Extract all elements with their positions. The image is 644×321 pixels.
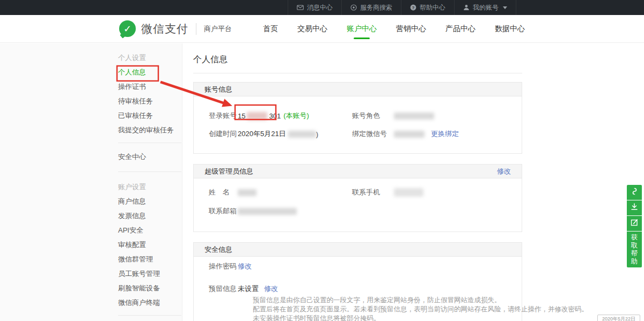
contact-link-button[interactable] [627,185,642,200]
mail-icon [297,4,304,11]
search-icon [350,4,357,11]
check-icon: ✓ [123,23,131,35]
redacted-contact-phone [394,188,423,197]
svg-text:?: ? [412,5,415,10]
user-icon [463,4,470,11]
description-line: 配置后将在首页及充值页面显示。若未看到预留信息，表明当前访问的网站存在风险，请终… [253,305,522,314]
security-info-body: 操作密码 修改 预留信息 未设置 修改 预留信息是由你自己设置的一段文字，用来鉴… [194,257,522,321]
download-button[interactable] [627,200,642,215]
platform-name: 商户平台 [204,24,232,34]
rebind-link[interactable]: 更换绑定 [431,129,459,139]
login-account-value: 15 301 (本账号) [238,111,309,121]
get-help-label: 获取帮助 [631,234,638,266]
sidebar-item-merchant-info[interactable]: 商户信息 [118,194,181,208]
sidebar-item-review-config[interactable]: 审核配置 [118,237,181,252]
floating-help-panel: 获取帮助 [627,185,642,267]
main-content: 个人信息 账号信息 登录账号 15 301 (本账号) [182,43,644,321]
created-suffix: ) [316,130,318,138]
main-nav: 首页 交易中心 账户中心 营销中心 产品中心 数据中心 [263,15,644,42]
topbar-item-label: 我的账号 [473,3,499,12]
super-admin-body: 姓 名 联系手机 联系邮箱 [194,178,522,232]
nav-item-account-center[interactable]: 账户中心 [347,15,377,42]
name-label: 姓 名 [209,188,238,197]
date-tooltip-text: 2020年5月22日 [602,316,635,321]
nav-item-product-center[interactable]: 产品中心 [445,15,475,42]
sidebar-item-wechat-merchant-terminal[interactable]: 微信商户终端 [118,295,181,310]
topbar-item-help[interactable]: ? 帮助中心 [401,0,454,15]
sidebar-item-security-center[interactable]: 安全中心 [118,150,181,164]
account-role-label: 账号角色 [352,111,394,121]
topbar-item-label: 服务商搜索 [360,3,392,12]
operation-password-label: 操作密码 [209,262,238,271]
topbar-item-label: 帮助中心 [420,3,445,12]
reserved-info-description: 预留信息是由你自己设置的一段文字，用来鉴定网站身份，防止假冒网站造成损失。 配置… [238,296,522,321]
sidebar-item-api-security[interactable]: API安全 [118,223,181,237]
account-info-panel: 账号信息 登录账号 15 301 (本账号) 账号角色 [193,82,522,154]
super-admin-panel: 超级管理员信息 修改 姓 名 联系手机 联系邮箱 [193,164,522,232]
content: 个人设置 个人信息 操作证书 待审核任务 已审核任务 我提交的审核任务 安全中心… [0,43,644,321]
reserved-info-label: 预留信息 [209,284,238,294]
reserved-info-status: 未设置 [238,284,259,294]
security-info-panel: 安全信息 操作密码 修改 预留信息 未设置 修改 预留信息是由你自己设置的一段文… [193,242,522,321]
get-help-button[interactable]: 获取帮助 [627,232,642,267]
created-time-label: 创建时间 [209,129,238,139]
header: ✓ 微信支付 商户平台 首页 交易中心 账户中心 营销中心 产品中心 数据中心 [0,15,644,43]
sidebar-item-pending-review-tasks[interactable]: 待审核任务 [118,94,181,108]
sidebar-item-operation-certificate[interactable]: 操作证书 [118,79,181,94]
sidebar-divider [118,315,181,316]
super-admin-header: 超级管理员信息 修改 [194,165,522,178]
nav-item-marketing-center[interactable]: 营销中心 [396,15,426,42]
topbar: 消息中心 服务商搜索 ? 帮助中心 我的账号 [0,0,644,15]
nav-item-transaction-center[interactable]: 交易中心 [297,15,327,42]
sidebar-divider [118,171,181,172]
bound-wechat-label: 绑定微信号 [352,129,394,139]
download-icon [630,202,639,214]
sidebar-item-personal-info[interactable]: 个人信息 [118,65,181,79]
sidebar-divider [118,143,181,143]
feedback-icon [630,218,639,229]
sidebar-item-wechat-group-management[interactable]: 微信群管理 [118,252,181,266]
link-icon [630,186,639,198]
feedback-button[interactable] [627,216,642,231]
title-divider [193,73,522,73]
account-info-body: 登录账号 15 301 (本账号) 账号角色 [194,96,522,153]
reserved-edit-link[interactable]: 修改 [264,284,278,294]
panel-title: 安全信息 [204,245,232,255]
login-account-label: 登录账号 [209,111,238,121]
sidebar-item-face-smart-device[interactable]: 刷脸智能设备 [118,281,181,295]
sidebar-section-account-settings: 账户设置 [118,180,181,194]
topbar-item-sp-search[interactable]: 服务商搜索 [341,0,401,15]
redacted-phone-middle [247,112,267,120]
login-account-prefix: 15 [238,112,245,120]
sidebar: 个人设置 个人信息 操作证书 待审核任务 已审核任务 我提交的审核任务 安全中心… [0,43,182,321]
security-info-header: 安全信息 [194,243,522,257]
sidebar-section-personal-settings: 个人设置 [118,50,181,65]
topbar-item-messages[interactable]: 消息中心 [288,0,341,15]
account-info-header: 账号信息 [194,83,522,96]
login-account-suffix: 301 [269,112,281,120]
help-icon: ? [410,4,416,11]
sidebar-item-staff-account-management[interactable]: 员工账号管理 [118,266,181,281]
nav-item-home[interactable]: 首页 [263,15,278,42]
topbar-item-label: 消息中心 [307,3,333,12]
brand-divider [196,23,196,35]
created-time-value: 2020年5月21日 ) [238,129,318,139]
sidebar-item-my-submitted-review-tasks[interactable]: 我提交的审核任务 [118,123,181,137]
contact-email-label: 联系邮箱 [209,206,238,216]
redacted-name [238,189,257,196]
admin-edit-link[interactable]: 修改 [497,167,511,176]
contact-phone-label: 联系手机 [352,188,394,197]
redacted-wechat-id [394,131,425,138]
password-edit-link[interactable]: 修改 [238,262,252,271]
sidebar-item-invoice-info[interactable]: 发票信息 [118,208,181,223]
panel-title: 超级管理员信息 [204,167,253,176]
sidebar-item-reviewed-tasks[interactable]: 已审核任务 [118,108,181,123]
redacted-created-time [288,131,316,138]
redacted-contact-email [238,208,297,215]
topbar-item-my-account[interactable]: 我的账号 [454,0,516,15]
this-account-tag: (本账号) [283,111,309,121]
wechat-pay-logo: ✓ [119,20,136,37]
nav-item-data-center[interactable]: 数据中心 [495,15,525,42]
panel-title: 账号信息 [204,85,232,94]
brand-name: 微信支付 [141,21,188,36]
